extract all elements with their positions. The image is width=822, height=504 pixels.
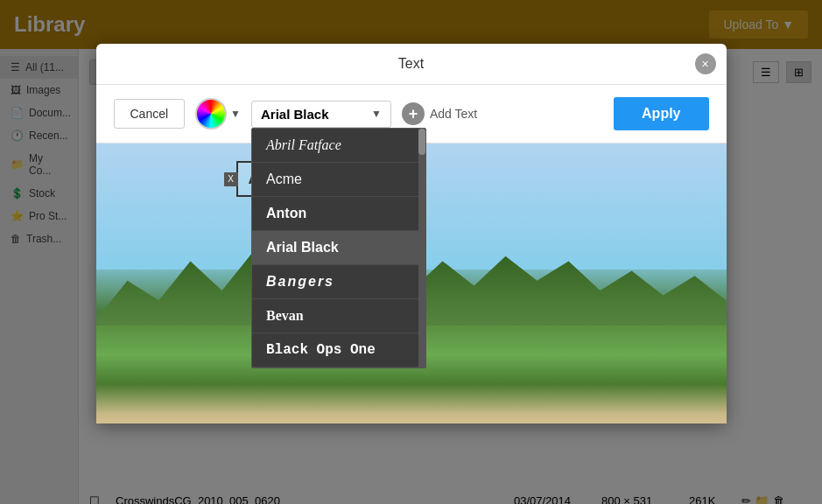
font-dropdown-arrow: ▼ — [371, 108, 382, 120]
toolbar-left: Cancel ▼ Arial Black ▼ Abril Fatface — [114, 98, 604, 130]
add-text-icon: + — [402, 102, 425, 125]
selected-font-name: Arial Black — [261, 107, 364, 122]
color-wheel — [195, 98, 227, 130]
add-text-button[interactable]: + Add Text — [402, 102, 477, 125]
text-box-close[interactable]: X — [224, 172, 238, 186]
font-option-black-ops-one[interactable]: Black Ops One — [252, 333, 425, 368]
apply-button[interactable]: Apply — [614, 97, 708, 130]
text-modal: Text × Cancel ▼ Arial Black ▼ — [96, 44, 727, 424]
font-option-anton[interactable]: Anton — [252, 197, 425, 231]
font-option-abril-fatface[interactable]: Abril Fatface — [252, 129, 425, 163]
color-picker-arrow: ▼ — [230, 108, 241, 120]
font-option-bevan[interactable]: Bevan — [252, 299, 425, 333]
font-selector[interactable]: Arial Black ▼ — [251, 101, 391, 128]
font-option-arial-black[interactable]: Arial Black — [252, 231, 425, 265]
add-text-label: Add Text — [430, 107, 477, 121]
dropdown-scrollbar[interactable] — [418, 129, 425, 368]
font-option-bangers[interactable]: Bangers — [252, 265, 425, 299]
cancel-button[interactable]: Cancel — [114, 99, 186, 129]
modal-overlay: Text × Cancel ▼ Arial Black ▼ — [0, 0, 822, 504]
scrollbar-thumb — [418, 129, 425, 155]
font-dropdown: Abril Fatface Acme Anton Arial Black Ban — [251, 128, 426, 368]
font-option-acme[interactable]: Acme — [252, 163, 425, 197]
font-selector-wrapper: Arial Black ▼ Abril Fatface Acme Anton — [251, 101, 391, 128]
color-picker[interactable]: ▼ — [195, 98, 241, 130]
modal-close-button[interactable]: × — [695, 53, 716, 74]
modal-title: Text — [398, 56, 424, 72]
modal-header: Text × — [96, 44, 727, 85]
modal-toolbar: Cancel ▼ Arial Black ▼ Abril Fatface — [96, 85, 727, 144]
